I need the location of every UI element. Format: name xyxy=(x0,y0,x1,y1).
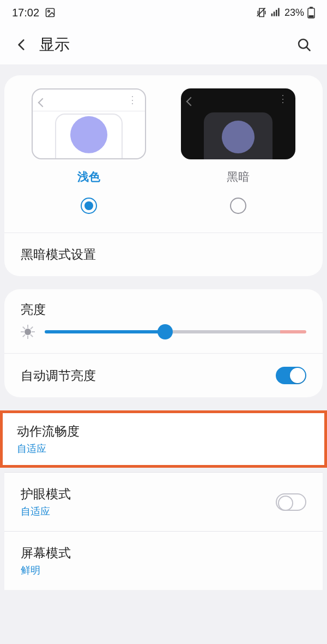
screen-mode-value: 鲜明 xyxy=(21,564,306,577)
back-button[interactable] xyxy=(11,38,33,52)
brightness-slider-row xyxy=(4,323,323,353)
battery-icon xyxy=(307,7,315,19)
brightness-thumb[interactable] xyxy=(158,324,173,339)
theme-label-light: 浅色 xyxy=(77,169,100,184)
screen-mode-title: 屏幕模式 xyxy=(21,546,71,560)
brightness-low-icon xyxy=(21,325,35,339)
eye-comfort-toggle[interactable] xyxy=(276,493,306,511)
screen-mode-label: 屏幕模式 鲜明 xyxy=(21,545,306,577)
svg-rect-9 xyxy=(309,15,314,17)
motion-smoothness-label: 动作流畅度 自适应 xyxy=(17,423,310,455)
brightness-label: 亮度 xyxy=(21,301,306,318)
picture-icon xyxy=(45,7,56,18)
status-bar: 17:02 23% xyxy=(0,0,327,25)
motion-smoothness-row[interactable]: 动作流畅度 自适应 xyxy=(3,413,324,465)
page-header: 显示 xyxy=(0,25,327,64)
theme-card: 浅色 黑暗 黑暗模式设置 xyxy=(4,75,323,276)
svg-line-11 xyxy=(306,47,310,50)
auto-brightness-toggle[interactable] xyxy=(276,367,306,384)
theme-option-light[interactable]: 浅色 xyxy=(14,88,164,214)
motion-smoothness-title: 动作流畅度 xyxy=(17,424,80,438)
theme-label-dark: 黑暗 xyxy=(227,169,250,184)
eye-comfort-row[interactable]: 护眼模式 自适应 xyxy=(4,472,323,531)
eye-comfort-value: 自适应 xyxy=(21,505,276,518)
motion-smoothness-highlight: 动作流畅度 自适应 xyxy=(0,410,327,468)
svg-rect-4 xyxy=(274,11,275,16)
eye-comfort-title: 护眼模式 xyxy=(21,487,71,501)
auto-brightness-row[interactable]: 自动调节亮度 xyxy=(4,353,323,397)
radio-dark[interactable] xyxy=(230,198,246,214)
auto-brightness-label: 自动调节亮度 xyxy=(21,367,276,384)
status-time: 17:02 xyxy=(12,7,39,19)
vibrate-icon xyxy=(256,7,267,18)
dark-mode-settings-row[interactable]: 黑暗模式设置 xyxy=(4,233,323,276)
svg-rect-0 xyxy=(46,9,55,17)
theme-preview-dark xyxy=(181,88,295,159)
page-title: 显示 xyxy=(39,34,292,55)
svg-point-1 xyxy=(48,10,50,12)
signal-icon xyxy=(270,7,281,18)
svg-rect-8 xyxy=(310,7,313,9)
screen-mode-row[interactable]: 屏幕模式 鲜明 xyxy=(4,531,323,590)
svg-rect-6 xyxy=(278,8,280,16)
brightness-slider[interactable] xyxy=(45,330,306,333)
theme-option-dark[interactable]: 黑暗 xyxy=(164,88,313,214)
theme-preview-light xyxy=(32,88,146,159)
eye-comfort-label: 护眼模式 自适应 xyxy=(21,486,276,518)
brightness-card: 亮度 自动调节亮度 xyxy=(4,289,323,397)
radio-light[interactable] xyxy=(81,198,97,214)
search-button[interactable] xyxy=(292,37,316,52)
motion-smoothness-value: 自适应 xyxy=(17,442,310,455)
svg-rect-5 xyxy=(276,10,277,16)
battery-text: 23% xyxy=(284,7,304,19)
display-options-list: 护眼模式 自适应 屏幕模式 鲜明 xyxy=(4,472,323,590)
svg-rect-3 xyxy=(271,14,273,16)
dark-mode-settings-label: 黑暗模式设置 xyxy=(21,246,306,263)
